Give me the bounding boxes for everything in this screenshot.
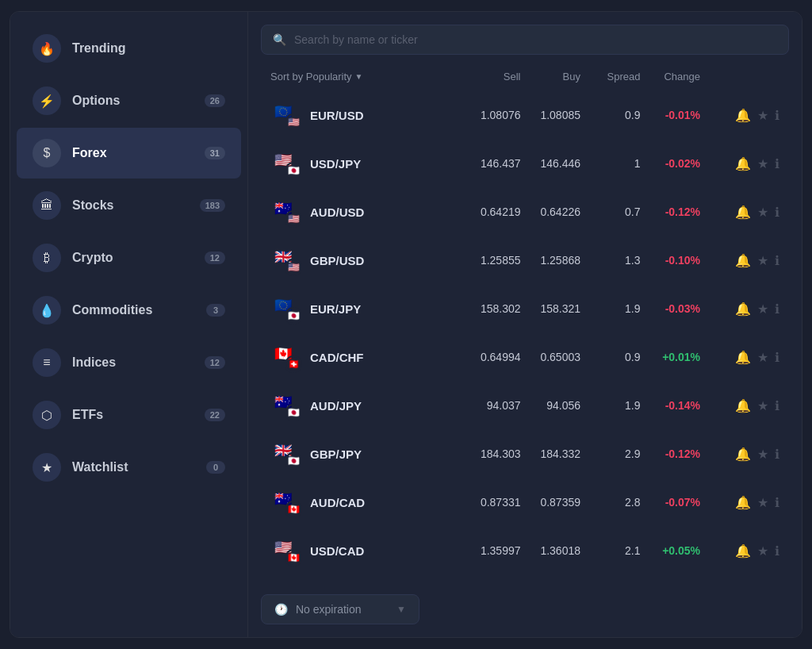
sidebar-item-trending[interactable]: 🔥 Trending [17,23,241,74]
etfs-badge: 22 [205,409,225,421]
expiration-dropdown[interactable]: 🕐 No expiration ▼ [261,594,419,624]
options-icon: ⚡ [33,86,61,115]
star-icon-1[interactable]: ★ [757,156,768,171]
forex-pair-2: 🇦🇺 🇺🇸 AUD/USD [270,196,461,228]
alert-icon-3[interactable]: 🔔 [735,253,751,268]
info-icon-2[interactable]: ℹ [775,205,779,220]
forex-row[interactable]: 🇺🇸 🇯🇵 USD/JPY 146.437 146.446 1 -0.02% 🔔… [261,140,789,187]
info-icon-9[interactable]: ℹ [775,543,779,559]
forex-row[interactable]: 🇬🇧 🇯🇵 GBP/JPY 184.303 184.332 2.9 -0.12%… [261,430,789,478]
info-icon-5[interactable]: ℹ [775,350,779,365]
sell-value-9: 1.35997 [461,544,521,557]
sidebar-item-commodities[interactable]: 💧 Commodities 3 [17,285,241,336]
indices-icon: ≡ [33,348,61,377]
info-icon-7[interactable]: ℹ [775,447,779,462]
commodities-icon: 💧 [33,296,61,324]
search-bar: 🔍 [261,25,789,55]
forex-row[interactable]: 🇪🇺 🇯🇵 EUR/JPY 158.302 158.321 1.9 -0.03%… [261,285,789,332]
buy-value-2: 0.64226 [521,205,581,218]
row-actions-7: 🔔 ★ ℹ [700,447,779,462]
alert-icon-2[interactable]: 🔔 [735,205,751,220]
forex-row[interactable]: 🇦🇺 🇯🇵 AUD/JPY 94.037 94.056 1.9 -0.14% 🔔… [261,382,789,429]
flag-container-2: 🇦🇺 🇺🇸 [270,196,302,228]
pair-name-7: GBP/JPY [310,447,362,461]
forex-row[interactable]: 🇦🇺 🇨🇦 AUD/CAD 0.87331 0.87359 2.8 -0.07%… [261,478,789,526]
forex-row[interactable]: 🇪🇺 🇺🇸 EUR/USD 1.08076 1.08085 0.9 -0.01%… [261,91,789,139]
search-icon: 🔍 [273,33,286,46]
star-icon-8[interactable]: ★ [757,495,768,510]
forex-label: Forex [72,146,205,160]
forex-pair-5: 🇨🇦 🇨🇭 CAD/CHF [270,341,461,373]
info-icon-0[interactable]: ℹ [775,108,779,123]
spread-value-2: 0.7 [580,205,641,218]
alert-icon-5[interactable]: 🔔 [735,350,751,365]
etfs-icon: ⬡ [33,401,61,429]
info-icon-6[interactable]: ℹ [775,398,779,413]
change-value-2: -0.12% [641,205,701,218]
flag-container-1: 🇺🇸 🇯🇵 [270,148,302,179]
sidebar-item-watchlist[interactable]: ★ Watchlist 0 [17,442,241,493]
flag-container-3: 🇬🇧 🇺🇸 [270,244,302,276]
star-icon-9[interactable]: ★ [757,543,768,559]
sell-value-3: 1.25855 [461,254,521,267]
star-icon-5[interactable]: ★ [757,350,768,365]
info-icon-3[interactable]: ℹ [775,253,779,268]
flag-container-8: 🇦🇺 🇨🇦 [270,486,302,518]
row-actions-2: 🔔 ★ ℹ [700,205,779,220]
sidebar-item-crypto[interactable]: ₿ Crypto 12 [17,232,241,283]
search-input[interactable] [294,33,777,46]
forex-row[interactable]: 🇺🇸 🇨🇦 USD/CAD 1.35997 1.36018 2.1 +0.05%… [261,527,789,574]
row-actions-3: 🔔 ★ ℹ [700,253,779,268]
forex-icon: $ [33,139,61,167]
alert-icon-4[interactable]: 🔔 [735,301,751,317]
row-actions-1: 🔔 ★ ℹ [700,156,779,171]
pair-name-1: USD/JPY [310,157,361,171]
watchlist-label: Watchlist [72,460,206,474]
forex-row[interactable]: 🇦🇺 🇺🇸 AUD/USD 0.64219 0.64226 0.7 -0.12%… [261,188,789,236]
forex-pair-0: 🇪🇺 🇺🇸 EUR/USD [270,99,461,131]
change-value-3: -0.10% [641,254,701,267]
star-icon-4[interactable]: ★ [757,301,768,317]
forex-row[interactable]: 🇨🇦 🇨🇭 CAD/CHF 0.64994 0.65003 0.9 +0.01%… [261,333,789,381]
row-actions-5: 🔔 ★ ℹ [700,350,779,365]
forex-pair-3: 🇬🇧 🇺🇸 GBP/USD [270,244,461,276]
buy-value-0: 1.08085 [521,109,581,121]
sell-value-8: 0.87331 [461,496,521,509]
options-badge: 26 [205,94,225,107]
alert-icon-0[interactable]: 🔔 [735,108,751,123]
sort-by-popularity[interactable]: Sort by Popularity ▼ [270,71,461,83]
alert-icon-9[interactable]: 🔔 [735,543,751,559]
forex-row[interactable]: 🇬🇧 🇺🇸 GBP/USD 1.25855 1.25868 1.3 -0.10%… [261,236,789,284]
info-icon-4[interactable]: ℹ [775,301,779,317]
sort-arrow-icon: ▼ [355,72,363,81]
flag-secondary-5: 🇨🇭 [285,355,302,373]
stocks-badge: 183 [200,199,225,212]
sidebar-item-options[interactable]: ⚡ Options 26 [17,75,241,126]
alert-icon-8[interactable]: 🔔 [735,495,751,510]
star-icon-0[interactable]: ★ [757,108,768,123]
info-icon-1[interactable]: ℹ [775,156,779,171]
sell-value-1: 146.437 [461,157,521,170]
alert-icon-1[interactable]: 🔔 [735,156,751,171]
sidebar-item-forex[interactable]: $ Forex 31 [17,128,241,179]
spread-value-9: 2.1 [580,544,641,557]
change-value-4: -0.03% [641,302,701,315]
star-icon-2[interactable]: ★ [757,205,768,220]
sidebar-item-etfs[interactable]: ⬡ ETFs 22 [17,390,241,440]
forex-pair-4: 🇪🇺 🇯🇵 EUR/JPY [270,293,461,324]
alert-icon-7[interactable]: 🔔 [735,447,751,462]
sidebar-item-indices[interactable]: ≡ Indices 12 [17,337,241,388]
alert-icon-6[interactable]: 🔔 [735,398,751,413]
change-value-0: -0.01% [641,109,701,121]
sidebar-item-stocks[interactable]: 🏛 Stocks 183 [17,180,241,231]
buy-value-5: 0.65003 [521,351,581,363]
star-icon-6[interactable]: ★ [757,398,768,413]
expiration-icon: 🕐 [274,603,288,616]
forex-pair-6: 🇦🇺 🇯🇵 AUD/JPY [270,390,461,421]
star-icon-7[interactable]: ★ [757,447,768,462]
info-icon-8[interactable]: ℹ [775,495,779,510]
spread-value-1: 1 [580,157,641,170]
sell-value-6: 94.037 [461,399,521,412]
star-icon-3[interactable]: ★ [757,253,768,268]
buy-value-6: 94.056 [521,399,581,412]
